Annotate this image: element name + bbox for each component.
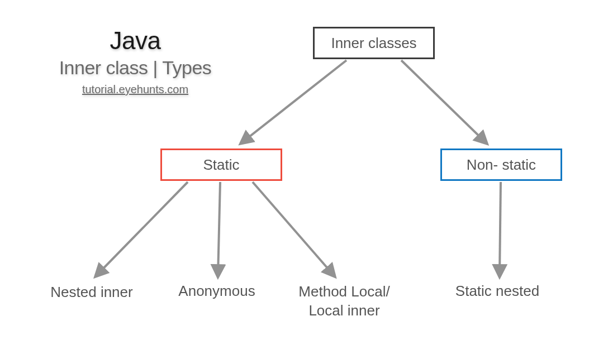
leaf-anonymous: Anonymous bbox=[161, 282, 273, 300]
node-root-label: Inner classes bbox=[331, 35, 416, 52]
node-nonstatic-label: Non- static bbox=[467, 156, 536, 174]
tutorial-link[interactable]: tutorial.eyehunts.com bbox=[35, 83, 236, 96]
arrow-static-to-nested bbox=[96, 182, 188, 276]
arrow-static-to-method bbox=[253, 182, 334, 276]
node-inner-classes: Inner classes bbox=[313, 27, 435, 59]
title-main: Java bbox=[35, 27, 236, 55]
node-static: Static bbox=[160, 149, 282, 181]
arrow-root-to-static bbox=[241, 60, 346, 143]
leaf-static-nested: Static nested bbox=[441, 282, 553, 300]
leaf-nested-inner: Nested inner bbox=[36, 284, 148, 301]
node-non-static: Non- static bbox=[440, 149, 562, 181]
arrow-nonstatic-to-staticnested bbox=[500, 182, 501, 276]
title-block: Java Inner class | Types tutorial.eyehun… bbox=[35, 27, 236, 96]
leaf-method-local: Method Local/ Local inner bbox=[283, 282, 406, 320]
arrow-root-to-nonstatic bbox=[401, 60, 486, 143]
node-static-label: Static bbox=[203, 156, 239, 174]
title-subtitle: Inner class | Types bbox=[35, 57, 236, 79]
arrow-static-to-anonymous bbox=[218, 182, 220, 276]
